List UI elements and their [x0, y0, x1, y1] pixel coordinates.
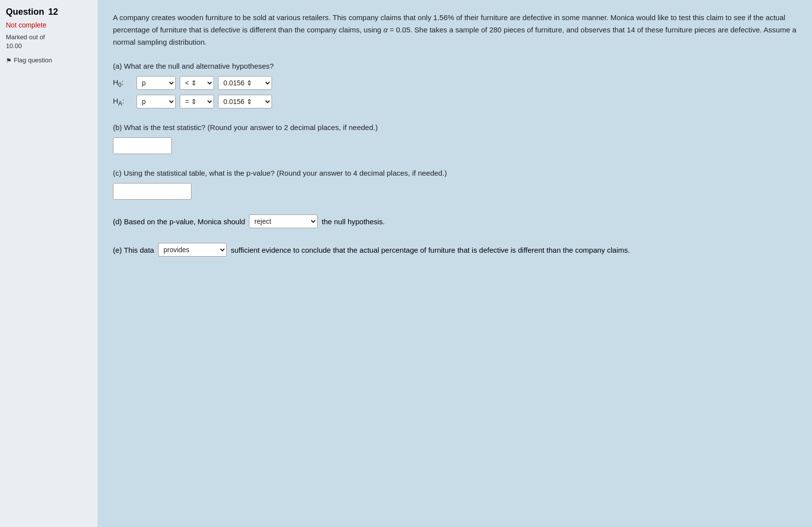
part-e: (e) This data provides does not provide … [113, 243, 797, 257]
question-word: Question [6, 7, 44, 17]
h0-row: H0: p p̂ μ σ < ⇕ > = ≠ ≤ ≥ 0.0156 ⇕ 0.05… [113, 76, 797, 90]
h0-op-select[interactable]: < ⇕ > = ≠ ≤ ≥ [180, 76, 214, 90]
p-value-input[interactable] [113, 183, 191, 200]
part-c-label: (c) Using the statistical table, what is… [113, 169, 797, 177]
part-d: (d) Based on the p-value, Monica should … [113, 214, 797, 228]
ha-var-select[interactable]: p p̂ μ σ [136, 95, 176, 108]
h0-val-select[interactable]: 0.0156 ⇕ 0.05 14 280 [218, 76, 272, 90]
part-d-label-after: the null hypothesis. [322, 217, 384, 226]
marked-out-label: Marked out of 10.00 [6, 33, 92, 51]
h0-sub: 0 [118, 81, 122, 88]
main-content: A company creates wooden furniture to be… [98, 0, 812, 527]
ha-symbol: HA: [113, 97, 133, 107]
evidence-select[interactable]: provides does not provide [158, 243, 227, 257]
part-e-label-after: sufficient evidence to conclude that the… [231, 246, 630, 254]
h0-symbol: H0: [113, 78, 133, 88]
part-a-label: (a) What are the null and alternative hy… [113, 62, 797, 70]
sidebar: Question 12 Not complete Marked out of 1… [0, 0, 98, 527]
question-text: A company creates wooden furniture to be… [113, 12, 797, 48]
ha-row: HA: p p̂ μ σ = ⇕ ≠ < > ≤ ≥ 0.0156 ⇕ 0.05… [113, 95, 797, 108]
h0-var-select[interactable]: p p̂ μ σ [136, 76, 176, 90]
ha-val-select[interactable]: 0.0156 ⇕ 0.05 14 280 [218, 95, 272, 108]
flag-label: Flag question [14, 56, 52, 64]
test-statistic-input[interactable] [113, 137, 172, 154]
flag-question-button[interactable]: ⚑ Flag question [6, 56, 92, 64]
question-number: 12 [48, 7, 58, 17]
part-d-row: (d) Based on the p-value, Monica should … [113, 214, 797, 228]
alpha-symbol: α [383, 26, 388, 34]
part-a: (a) What are the null and alternative hy… [113, 62, 797, 108]
question-label: Question 12 [6, 7, 92, 17]
part-e-row: (e) This data provides does not provide … [113, 243, 797, 257]
decision-select[interactable]: reject fail to reject [249, 214, 318, 228]
flag-icon: ⚑ [6, 57, 12, 64]
ha-sub: A [118, 100, 122, 107]
part-b-label: (b) What is the test statistic? (Round y… [113, 123, 797, 132]
part-e-label-before: (e) This data [113, 246, 154, 254]
part-b: (b) What is the test statistic? (Round y… [113, 123, 797, 154]
p-italic-d: p [169, 217, 173, 226]
ha-op-select[interactable]: = ⇕ ≠ < > ≤ ≥ [180, 95, 214, 108]
part-d-label-before: (d) Based on the p-value, Monica should [113, 217, 245, 226]
part-c: (c) Using the statistical table, what is… [113, 169, 797, 200]
p-italic-c: p [246, 169, 250, 177]
status-badge: Not complete [6, 21, 92, 29]
